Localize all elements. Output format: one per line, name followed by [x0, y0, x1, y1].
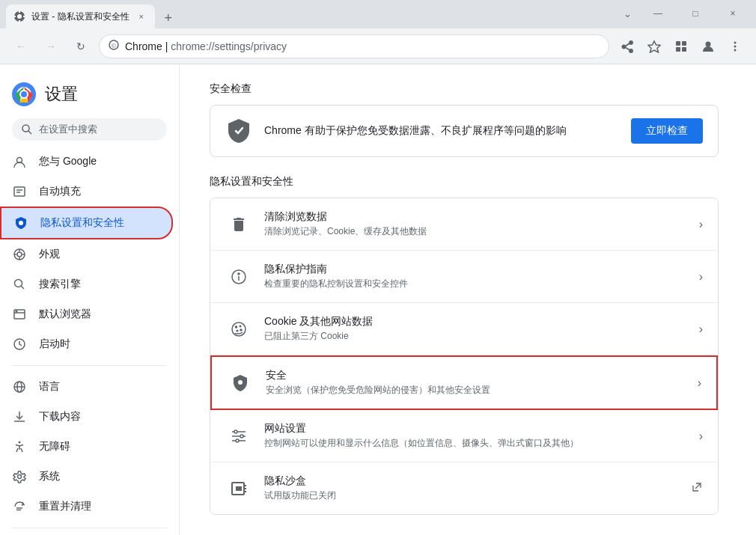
svg-point-20 [21, 91, 27, 97]
svg-point-58 [240, 329, 242, 331]
security-icon [227, 370, 254, 397]
sidebar-item-language-label: 语言 [39, 380, 161, 394]
sidebar-item-autofill-label: 自动填充 [39, 185, 161, 198]
minimize-button[interactable]: — [641, 3, 675, 24]
browser-frame: 设置 - 隐私设置和安全性 × + ⌄ — □ × ← → ↻ © Chrome… [0, 0, 756, 535]
share-button[interactable] [615, 34, 639, 58]
site-settings-subtitle: 控制网站可以使用和显示什么信息（如位置信息、摄像头、弹出式窗口及其他） [264, 437, 687, 450]
site-settings-icon [225, 423, 252, 450]
privacy-section-title: 隐私设置和安全性 [210, 175, 719, 189]
privacy-guide-arrow: › [699, 270, 703, 284]
sidebar-item-accessibility[interactable]: 无障碍 [0, 432, 173, 462]
settings-content: 安全检查 Chrome 有助于保护您免受数据泄露、不良扩展程序等问题的影响 立即… [180, 64, 749, 533]
cookies-item[interactable]: Cookie 及其他网站数据 已阻止第三方 Cookie › [210, 303, 718, 355]
refresh-button[interactable]: ↻ [69, 34, 93, 58]
svg-rect-2 [19, 10, 20, 13]
clear-browsing-arrow: › [699, 218, 703, 231]
chrome-logo-icon [12, 82, 36, 106]
menu-button[interactable] [723, 34, 747, 58]
toolbar-actions [615, 34, 747, 58]
clear-browsing-icon [225, 211, 252, 238]
sidebar-item-privacy[interactable]: 隐私设置和安全性 [0, 207, 173, 239]
sidebar-item-accessibility-label: 无障碍 [39, 440, 161, 453]
svg-point-65 [236, 439, 239, 442]
safe-check-button[interactable]: 立即检查 [631, 118, 703, 144]
site-settings-item[interactable]: 网站设置 控制网站可以使用和显示什么信息（如位置信息、摄像头、弹出式窗口及其他）… [210, 410, 718, 462]
sidebar-item-startup[interactable]: 启动时 [0, 329, 173, 359]
privacy-guide-title: 隐私保护指南 [264, 263, 687, 276]
active-tab[interactable]: 设置 - 隐私设置和安全性 × [6, 4, 155, 28]
system-icon [12, 469, 27, 484]
svg-rect-9 [676, 41, 680, 46]
sidebar-item-autofill[interactable]: 自动填充 [0, 177, 173, 207]
tab-close-button[interactable]: × [135, 10, 147, 22]
search-placeholder: 在设置中搜索 [39, 123, 97, 136]
cookies-text: Cookie 及其他网站数据 已阻止第三方 Cookie [264, 315, 687, 343]
tab-bar: 设置 - 隐私设置和安全性 × + ⌄ — □ × [0, 0, 756, 28]
accessibility-icon [12, 439, 27, 454]
new-tab-button[interactable]: + [158, 7, 179, 28]
security-subtitle: 安全浏览（保护您免受危险网站的侵害）和其他安全设置 [266, 384, 686, 397]
privacy-guide-item[interactable]: 隐私保护指南 检查重要的隐私控制设置和安全控件 › [210, 251, 718, 303]
clear-browsing-title: 清除浏览数据 [264, 210, 687, 224]
tab-favicon [13, 10, 25, 22]
safe-check-section-title: 安全检查 [210, 82, 719, 96]
sidebar-item-google[interactable]: 您与 Google [0, 147, 173, 177]
forward-button[interactable]: → [39, 34, 63, 58]
sidebar-item-appearance[interactable]: 外观 [0, 239, 173, 269]
sidebar-item-browser[interactable]: 默认浏览器 [0, 299, 173, 329]
profile-button[interactable] [696, 34, 720, 58]
sandbox-icon [225, 475, 252, 502]
security-arrow: › [698, 376, 701, 390]
security-item[interactable]: 安全 安全浏览（保护您免受危险网站的侵害）和其他安全设置 › [210, 355, 718, 410]
chevron-button[interactable]: ⌄ [617, 3, 638, 24]
safe-check-card: Chrome 有助于保护您免受数据泄露、不良扩展程序等问题的影响 立即检查 [210, 105, 719, 157]
svg-marker-8 [648, 41, 660, 52]
sandbox-external-icon [691, 481, 703, 496]
close-button[interactable]: × [716, 3, 750, 24]
url-domain: Chrome [125, 40, 162, 52]
clear-browsing-item[interactable]: 清除浏览数据 清除浏览记录、Cookie、缓存及其他数据 › [210, 198, 718, 251]
svg-point-15 [734, 45, 737, 47]
sandbox-subtitle: 试用版功能已关闭 [264, 489, 679, 502]
svg-point-56 [240, 325, 241, 327]
sidebar-item-downloads[interactable]: 下载内容 [0, 402, 173, 432]
sidebar-item-search[interactable]: 搜索引擎 [0, 269, 173, 299]
omnibox[interactable]: © Chrome | chrome://settings/privacy [99, 34, 609, 58]
sandbox-item[interactable]: 隐私沙盒 试用版功能已关闭 [210, 462, 718, 514]
bookmark-button[interactable] [642, 34, 666, 58]
downloads-icon [12, 409, 27, 424]
startup-icon [12, 337, 27, 352]
back-button[interactable]: ← [9, 34, 33, 58]
svg-point-16 [734, 49, 737, 51]
sidebar-item-system[interactable]: 系统 [0, 462, 173, 492]
site-settings-title: 网站设置 [264, 422, 687, 435]
extensions-button[interactable] [669, 34, 693, 58]
svg-point-38 [16, 311, 17, 312]
sidebar-item-search-label: 搜索引擎 [39, 278, 161, 291]
cookies-title: Cookie 及其他网站数据 [264, 315, 687, 328]
svg-point-64 [240, 435, 243, 438]
maximize-button[interactable]: □ [678, 3, 713, 24]
cookies-icon [225, 316, 252, 343]
sidebar-item-reset[interactable]: 重置并清理 [0, 492, 173, 522]
appearance-icon [12, 247, 27, 262]
svg-rect-5 [23, 16, 25, 17]
sidebar: 设置 在设置中搜索 [0, 64, 180, 535]
clear-browsing-subtitle: 清除浏览记录、Cookie、缓存及其他数据 [264, 225, 687, 238]
sidebar-item-language[interactable]: 语言 [0, 372, 173, 402]
address-bar: ← → ↻ © Chrome | chrome://settings/priva… [0, 28, 756, 64]
svg-point-14 [734, 41, 737, 43]
safe-check-shield-icon [225, 117, 252, 144]
tab-title: 设置 - 隐私设置和安全性 [31, 10, 129, 23]
search-container: 在设置中搜索 [0, 118, 179, 147]
search-box[interactable]: 在设置中搜索 [12, 118, 167, 141]
search-icon [21, 123, 33, 135]
default-browser-icon [12, 307, 27, 322]
svg-point-55 [236, 326, 237, 328]
security-title: 安全 [266, 369, 686, 382]
privacy-guide-text: 隐私保护指南 检查重要的隐私控制设置和安全控件 [264, 263, 687, 290]
svg-rect-24 [14, 187, 25, 196]
svg-point-27 [19, 221, 23, 225]
clear-browsing-text: 清除浏览数据 清除浏览记录、Cookie、缓存及其他数据 [264, 210, 687, 238]
